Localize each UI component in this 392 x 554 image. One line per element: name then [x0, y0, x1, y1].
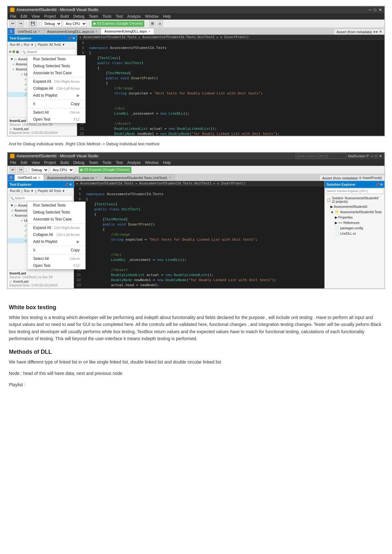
tab-aspx-close[interactable]: ✕ [148, 30, 151, 33]
platform-dropdown[interactable]: Any CPU [63, 21, 87, 27]
menu2-project[interactable]: Project [44, 160, 56, 165]
close-icon[interactable]: ✕ [379, 8, 382, 12]
ctx2-opentest[interactable]: Open Test F12 [27, 262, 74, 269]
menu-file[interactable]: File [10, 14, 16, 19]
menu-build[interactable]: Build [60, 14, 69, 19]
ctx2-selectall[interactable]: Select All Ctrl+A [27, 255, 74, 262]
menu2-file[interactable]: File [10, 160, 16, 165]
tab-unittest1-close[interactable]: ✕ [38, 30, 40, 33]
sol-item-linedll[interactable]: 📄 LineDLL.cs [326, 231, 383, 236]
undo-btn2[interactable]: ↩ [9, 167, 16, 173]
menu2-edit[interactable]: Edit [21, 160, 27, 165]
menu2-window[interactable]: Window [145, 160, 159, 165]
ctx2-expand[interactable]: Expand All Ctrl+Right Arrow [27, 224, 74, 231]
menu-project[interactable]: Project [44, 14, 56, 19]
tab-aspxcs-close[interactable]: ✕ [95, 30, 98, 33]
redo-btn2[interactable]: ↪ [17, 167, 24, 173]
minimize-icon[interactable]: ─ [369, 8, 371, 12]
run-all-btn2[interactable]: Run All [9, 189, 21, 193]
menu-edit[interactable]: Edit [21, 14, 27, 19]
menu-tools[interactable]: Tools [103, 14, 112, 19]
ctx2-associate[interactable]: Associate to Test Case [27, 216, 74, 223]
sol-close-icon[interactable]: ✕ [380, 183, 383, 186]
close-icon2[interactable]: ✕ [379, 154, 382, 158]
assert-controls[interactable]: ◂ ▸ ✕ [373, 30, 382, 34]
tab2-unittest1[interactable]: UnitTest1.cs ✕ [15, 174, 44, 181]
menu-debug[interactable]: Debug [73, 14, 84, 19]
platform-dropdown2[interactable]: Any CPU [50, 167, 74, 173]
tab2-aspxcs-close[interactable]: ✕ [95, 176, 98, 179]
pin-icon2[interactable]: 📌 [64, 183, 68, 186]
menu2-team[interactable]: Team [89, 160, 98, 165]
tab-unittest1[interactable]: UnitTest1.cs ✕ [15, 28, 44, 34]
tree-icon[interactable]: 🌳 [12, 50, 15, 53]
config-dropdown[interactable]: Debug [42, 21, 62, 27]
sol-search-input[interactable] [326, 189, 383, 194]
run-dropdown-btn[interactable]: Run ▼ [23, 43, 35, 47]
sol-item-packages[interactable]: 📄 packages.config [326, 226, 383, 231]
menu-test[interactable]: Test [116, 14, 123, 19]
playlist-dropdown-btn[interactable]: Playlist: All Tests ▼ [37, 43, 66, 47]
test-search-input[interactable] [21, 49, 75, 55]
ctx-run-selected[interactable]: Run Selected Tests [27, 56, 77, 63]
menu2-debug[interactable]: Debug [73, 160, 84, 165]
minimize-icon2[interactable]: ─ [371, 154, 373, 158]
sol-item-assess[interactable]: ▶ AssessmentofStudentId [326, 204, 383, 209]
tab2-aspxcs[interactable]: AssessmentUsingDLL.aspx.cs ✕ [44, 174, 101, 181]
save-btn[interactable]: 💾 [29, 21, 37, 27]
ctx-playlist[interactable]: Add to Playlist ▶ [27, 92, 77, 99]
ctx2-debug-selected[interactable]: Debug Selected Tests [27, 209, 74, 216]
run-dropdown-btn2[interactable]: Run ▼ [23, 189, 35, 193]
menu2-view[interactable]: View [32, 160, 40, 165]
ctx-expand[interactable]: Expand All Ctrl+Right Arrow [27, 78, 77, 85]
properties-btn[interactable]: ≡ [157, 21, 163, 27]
server-explorer-tab[interactable]: S [8, 28, 15, 34]
code-content1[interactable]: namespace AssessmentofStudentId.Tests { … [87, 40, 384, 136]
server-explorer-tab2[interactable]: S [8, 174, 15, 181]
ctx2-copy[interactable]: ⎘ Copy [27, 247, 74, 254]
menu-help[interactable]: Help [163, 14, 171, 19]
sol-item-tests[interactable]: ▼ 📁 AssessmentofStudentId.Tests [326, 209, 383, 215]
ctx-copy[interactable]: ⎘ Copy [27, 100, 77, 107]
close-panel-icon2[interactable]: ✕ [69, 183, 72, 186]
menu2-tools[interactable]: Tools [103, 160, 112, 165]
pin-icon[interactable]: 📌 [68, 37, 71, 40]
menu-analyze[interactable]: Analyze [127, 14, 141, 19]
ctx2-playlist[interactable]: Add to Playlist ▶ [27, 238, 74, 245]
code-content2[interactable]: namespace AssessmentofStudentId.Tests { … [83, 186, 324, 288]
start-btn2[interactable]: ▶ IIS Express (Google Chrome) [79, 167, 131, 173]
tab-aspx[interactable]: AssessmentUsingDLL.aspx ✕ [101, 28, 154, 34]
quick-launch-input[interactable] [296, 153, 346, 159]
sol-item-refs[interactable]: ▶ ++ References [326, 220, 383, 226]
menu2-test[interactable]: Test [116, 160, 123, 165]
ctx2-run-selected[interactable]: Run Selected Tests [27, 202, 74, 209]
run-all-btn[interactable]: Run All [9, 43, 21, 47]
ctx-debug-selected[interactable]: Debug Selected Tests [27, 63, 77, 69]
sol-pin-icon[interactable]: 📌 [376, 183, 379, 186]
menu-window[interactable]: Window [145, 14, 159, 19]
tab2-ut-close[interactable]: ✕ [38, 176, 40, 179]
menu2-analyze[interactable]: Analyze [127, 160, 141, 165]
close-panel-icon[interactable]: ✕ [72, 37, 75, 40]
solution-explorer-btn[interactable]: ⊞ [149, 21, 156, 27]
menu-team[interactable]: Team [89, 14, 98, 19]
redo-btn[interactable]: ↪ [17, 21, 24, 27]
start-btn[interactable]: ▶ IIS Express (Google Chrome) [92, 21, 144, 27]
ctx-selectall[interactable]: Select All Ctrl+A [27, 109, 77, 116]
tab2-ut-aspxcs-close[interactable]: ✕ [169, 176, 171, 179]
maximize-icon2[interactable]: □ [375, 154, 377, 158]
sol-item-props[interactable]: ▶ Properties [326, 215, 383, 220]
config-dropdown2[interactable]: Debug [29, 167, 49, 173]
sol-item-solution[interactable]: 📋 Solution 'AssessmentofStudentId' (2 pr… [326, 196, 383, 204]
maximize-icon[interactable]: □ [374, 8, 376, 12]
menu2-help[interactable]: Help [163, 160, 171, 165]
menu-view[interactable]: View [32, 14, 40, 19]
settings-icon[interactable]: ⚙ [9, 50, 11, 53]
ctx-opentest[interactable]: Open Test F12 [27, 116, 77, 123]
test-search-input2[interactable] [9, 195, 72, 201]
ctx-associate[interactable]: Associate to Test Case [27, 69, 77, 76]
menu2-build[interactable]: Build [60, 160, 69, 165]
undo-btn[interactable]: ↩ [9, 21, 16, 27]
playlist-dropdown-btn2[interactable]: Playlist: All Tests ▼ [37, 189, 66, 193]
group-icon[interactable]: ▦ [16, 50, 19, 53]
